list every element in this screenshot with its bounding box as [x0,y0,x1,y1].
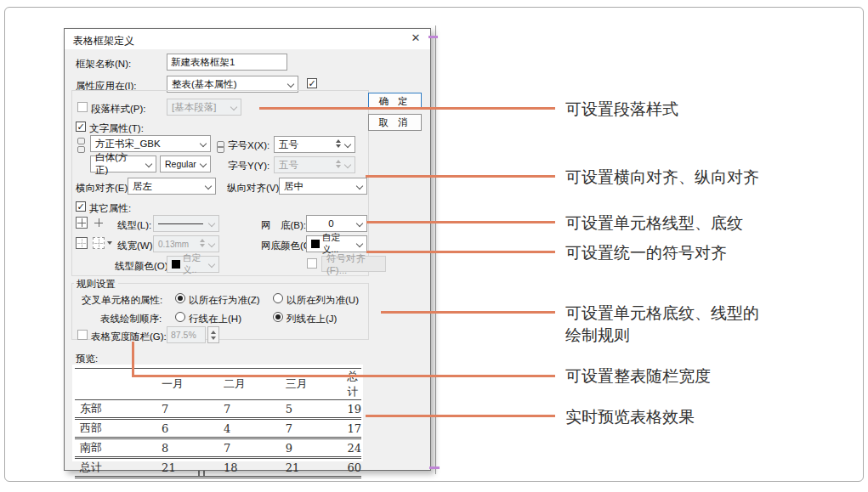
shading-color-dropdown[interactable]: 自定义... [306,235,367,252]
cancel-button-label: 取 消 [378,116,411,129]
line-color-value: 自定义.. [183,252,203,276]
apply-to-value: 整表(基本属性) [172,78,237,91]
width-follow-label: 表格宽度随栏(G): [91,331,167,343]
rules-group-label: 规则设置 [74,278,118,291]
shading-label: 网 底(B): [261,219,306,232]
col-line-radio[interactable] [273,312,283,322]
other-attr-checkbox[interactable]: ✓ [76,201,86,212]
check-icon: ✓ [77,122,85,131]
h-align-label: 横向对齐(E): [76,182,131,195]
size-x-label: 字号X(X): [228,139,269,152]
check-icon: ✓ [77,202,85,211]
paragraph-style-label: 段落样式(P): [91,103,146,116]
font-style-value: Regular [165,159,196,169]
text-attr-label: 文字属性(T): [89,122,144,135]
v-align-label: 纵向对齐(V): [227,182,282,195]
ok-button-label: 确 定 [378,95,411,108]
cross-col-radio[interactable] [273,293,283,303]
symbol-align-checkbox[interactable] [307,258,317,269]
width-follow-checkbox[interactable] [77,330,88,340]
shading-dropdown[interactable]: 0 [306,215,367,232]
spinner-icon [200,239,205,247]
callout-line-vertical [132,342,134,376]
annotation-width-follow: 可设置整表随栏宽度 [565,365,711,387]
row-line-radio[interactable] [175,312,185,322]
header-cell: 二月 [218,369,281,400]
v-align-value: 居中 [284,180,304,193]
size-x-combo[interactable]: 五号 [274,136,355,153]
color-swatch-icon [311,240,320,248]
table-header-row: 一月 二月 三月 总计 [75,369,361,400]
apply-to-checkbox[interactable]: ✓ [307,78,317,88]
spinner-icon [336,160,341,168]
v-align-dropdown[interactable]: 居中 [279,178,367,195]
symbol-align-button: 符号对齐(F)... [321,256,386,272]
spinner-icon[interactable] [336,139,341,148]
font-face-value: 白体(方正) [95,151,140,177]
other-attr-label: 其它属性: [89,202,131,215]
line-width-spinner: 0.13mm [153,235,219,252]
shading-value: 0 [328,218,333,229]
line-style-sample [158,223,203,224]
h-align-value: 居左 [133,180,152,193]
cancel-button[interactable]: 取 消 [368,114,422,131]
cross-cell-label: 交叉单元格的属性: [82,294,162,307]
line-type-label: 线型(L): [117,219,151,232]
annotation-alignment: 可设置横向对齐、纵向对齐 [565,167,759,189]
frame-name-label: 框架名称(N): [76,58,131,71]
chevron-down-icon[interactable] [107,241,112,245]
dialog-title: 表格框架定义 [73,34,134,48]
size-y-combo: 五号 [274,156,355,173]
font-style-dropdown[interactable]: Regular [160,156,211,172]
preview-table: 一月 二月 三月 总计 东部77519 西部64717 南部87924 总计21… [75,368,361,478]
draw-order-label: 表线绘制顺序: [100,313,162,325]
col-line-label: 列线在上(J) [286,313,337,325]
line-type-dropdown [153,215,219,232]
font-family-dropdown[interactable]: 方正书宋_GBK [90,135,211,152]
size-link-icon[interactable] [217,139,224,155]
annotation-paragraph-style: 可设置段落样式 [565,99,678,121]
callout-line [366,415,555,417]
size-x-value: 五号 [279,139,298,151]
selection-handle-mark [428,36,438,38]
font-family-value: 方正书宋_GBK [95,138,161,150]
frame-name-input[interactable]: 新建表格框架1 [167,54,287,71]
close-icon[interactable]: ✕ [406,31,425,47]
annotation-draw-rules: 可设置单元格底纹、线型的 绘制规则 [565,303,759,347]
grid-outer-border-icon[interactable] [76,237,88,249]
text-attr-checkbox[interactable]: ✓ [76,122,86,132]
paragraph-style-checkbox[interactable] [77,102,88,112]
row-line-label: 行线在上(H) [189,313,241,325]
dialog-titlebar[interactable]: 表格框架定义 ✕ [65,29,430,49]
paragraph-style-dropdown: [基本段落] [167,99,241,116]
width-follow-input: 87.5% [167,326,206,343]
header-cell: 三月 [281,369,343,400]
table-row: 南部87924 [75,438,361,458]
callout-line [366,221,555,223]
font-face-dropdown[interactable]: 白体(方正) [90,156,156,172]
preview-panel: 一月 二月 三月 总计 东部77519 西部64717 南部87924 总计21… [72,365,363,461]
annotation-cell-line-shading: 可设置单元格线型、底纹 [565,212,743,235]
h-align-dropdown[interactable]: 居左 [128,178,216,195]
callout-line [366,251,555,253]
callout-line [259,107,555,110]
annotation-live-preview: 实时预览表格效果 [565,406,695,428]
color-swatch-icon [172,260,180,269]
line-color-dropdown: 自定义.. [167,256,219,273]
width-follow-value: 87.5% [171,330,196,340]
callout-line [381,311,555,314]
line-width-value: 0.13mm [158,240,189,249]
header-cell: 一月 [156,369,218,400]
grid-inner-lines-icon[interactable] [93,217,105,229]
spinner-buttons[interactable] [207,326,219,343]
callout-line [132,375,555,377]
font-link-icon[interactable] [77,138,85,153]
cross-col-label: 以所在列为准(U) [286,294,359,307]
grid-custom-icon[interactable] [93,237,105,249]
grid-all-borders-icon[interactable] [76,217,88,229]
table-row: 西部64717 [75,419,361,438]
annotation-symbol-align: 可设置统一的符号对齐 [565,242,727,264]
line-color-label: 线型颜色(O): [115,260,171,273]
screenshot-root: 表格框架定义 ✕ 框架名称(N): 新建表格框架1 属性应用在(I): 整表(基… [0,0,868,492]
cross-row-radio[interactable] [175,293,185,303]
